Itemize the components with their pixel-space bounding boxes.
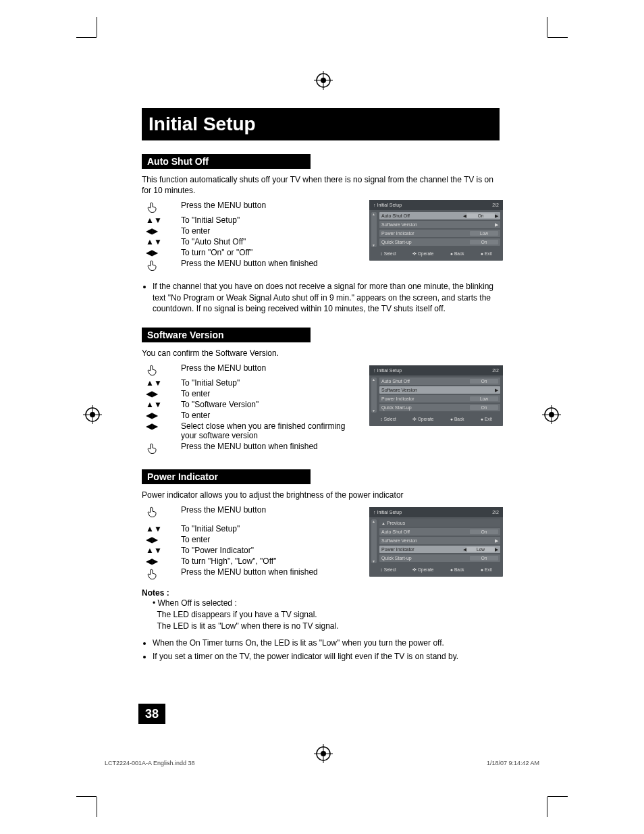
crop-mark — [76, 37, 97, 38]
steps-power-indicator: Press the MENU button ▲▼To "Initial Setu… — [142, 504, 500, 585]
osd-screenshot-power-indicator: ↑ Initial Setup2/2 ▲ Previous Auto Shut … — [369, 507, 503, 577]
registration-mark-icon — [542, 405, 561, 424]
osd-row-previous: ▲ Previous — [379, 519, 500, 527]
osd-row-auto-shut-off: Auto Shut OffOn — [379, 377, 500, 385]
osd-scrollbar — [371, 519, 377, 563]
leftright-arrows-icon: ◀▶ — [142, 421, 180, 431]
note-text: The LED is lit as "Low" when there is no… — [157, 621, 338, 631]
steps-software-version: Press the MENU button ▲▼To "Initial Setu… — [142, 363, 500, 456]
crop-mark — [547, 17, 547, 37]
step-text: Press the MENU button when finished — [180, 442, 500, 451]
osd-scrollbar — [371, 212, 377, 247]
registration-mark-icon — [314, 71, 333, 90]
note-text: The LED disappears if you have a TV sign… — [157, 610, 317, 619]
print-footer: LCT2224-001A-A English.indd 38 1/18/07 9… — [105, 760, 539, 766]
updown-arrows-icon: ▲▼ — [142, 546, 180, 555]
hand-press-icon — [142, 567, 180, 581]
osd-row-software-version: Software Version▶ — [379, 537, 500, 544]
leftright-arrows-icon: ◀▶ — [142, 535, 180, 544]
bullet-list: When the On Timer turns On, the LED is l… — [142, 637, 500, 662]
notes-heading: Notes : — [142, 588, 500, 598]
footer-filename: LCT2224-001A-A English.indd 38 — [105, 760, 195, 766]
footer-timestamp: 1/18/07 9:14:42 AM — [487, 760, 539, 766]
registration-mark-icon — [83, 405, 102, 424]
crop-mark — [547, 797, 547, 817]
osd-row-auto-shut-off: Auto Shut Off◀On▶ — [379, 212, 500, 219]
crop-mark — [97, 797, 97, 817]
notes-block: • When Off is selected : The LED disappe… — [142, 598, 500, 631]
hand-press-icon — [142, 363, 180, 377]
section-intro: This function automatically shuts off yo… — [142, 174, 500, 196]
osd-row-power-indicator: Power IndicatorLow — [379, 230, 500, 237]
osd-scrollbar — [371, 377, 377, 413]
osd-page: 2/2 — [492, 203, 499, 207]
osd-title-text: Initial Setup — [377, 510, 402, 515]
osd-screenshot-software-version: ↑ Initial Setup2/2 Auto Shut OffOn Softw… — [369, 365, 503, 426]
updown-arrows-icon: ▲▼ — [142, 237, 180, 246]
section-heading-power-indicator: Power Indicator — [142, 469, 311, 484]
updown-arrows-icon: ▲▼ — [142, 524, 180, 533]
steps-auto-shut-off: Press the MENU button ▲▼To "Initial Setu… — [142, 200, 500, 281]
section-heading-auto-shut-off: Auto Shut Off — [142, 154, 311, 169]
osd-footer: Select Operate Back Exit — [369, 565, 503, 573]
osd-screenshot-auto-shut-off: ↑ Initial Setup2/2 Auto Shut Off◀On▶ Sof… — [369, 200, 503, 261]
bullet-list: If the channel that you have on does not… — [142, 281, 500, 314]
osd-row-auto-shut-off: Auto Shut OffOn — [379, 528, 500, 536]
section-intro: Power indicator allows you to adjust the… — [142, 490, 500, 500]
leftright-arrows-icon: ◀▶ — [142, 556, 180, 566]
osd-row-quick-startup: Quick Start-upOn — [379, 238, 500, 246]
hand-press-icon — [142, 442, 180, 455]
step-text: Select close when you are finished confi… — [180, 421, 348, 440]
osd-footer: Select Operate Back Exit — [369, 249, 503, 257]
crop-mark — [547, 796, 568, 797]
osd-row-power-indicator: Power IndicatorLow — [379, 395, 500, 402]
osd-title-text: Initial Setup — [377, 203, 402, 207]
hand-press-icon — [142, 505, 180, 519]
osd-page: 2/2 — [492, 510, 499, 515]
updown-arrows-icon: ▲▼ — [142, 215, 180, 225]
crop-mark — [97, 17, 97, 37]
osd-title-text: Initial Setup — [377, 368, 402, 373]
leftright-arrows-icon: ◀▶ — [142, 226, 180, 236]
bullet-item: When the On Timer turns On, the LED is l… — [153, 637, 500, 648]
osd-row-software-version: Software Version▶ — [379, 386, 500, 394]
leftright-arrows-icon: ◀▶ — [142, 411, 180, 420]
updown-arrows-icon: ▲▼ — [142, 400, 180, 409]
note-text: When Off is selected : — [158, 598, 237, 608]
crop-mark — [76, 796, 97, 797]
crop-mark — [547, 37, 568, 38]
osd-row-software-version: Software Version▶ — [379, 221, 500, 228]
bullet-item: If you set a timer on the TV, the power … — [153, 651, 500, 662]
section-heading-software-version: Software Version — [142, 328, 311, 342]
osd-row-quick-startup: Quick Start-upOn — [379, 404, 500, 411]
osd-row-power-indicator: Power Indicator◀Low▶ — [379, 546, 500, 553]
osd-row-quick-startup: Quick Start-upOn — [379, 554, 500, 562]
hand-press-icon — [142, 201, 180, 214]
page-title: Initial Setup — [142, 108, 500, 140]
osd-footer: Select Operate Back Exit — [369, 415, 503, 422]
page-content: Initial Setup Auto Shut Off This functio… — [142, 108, 500, 664]
leftright-arrows-icon: ◀▶ — [142, 389, 180, 398]
page-number: 38 — [138, 704, 165, 724]
section-intro: You can confirm the Software Version. — [142, 348, 500, 359]
osd-page: 2/2 — [492, 368, 499, 373]
leftright-arrows-icon: ◀▶ — [142, 248, 180, 257]
bullet-item: If the channel that you have on does not… — [153, 281, 500, 314]
updown-arrows-icon: ▲▼ — [142, 378, 180, 388]
hand-press-icon — [142, 259, 180, 272]
